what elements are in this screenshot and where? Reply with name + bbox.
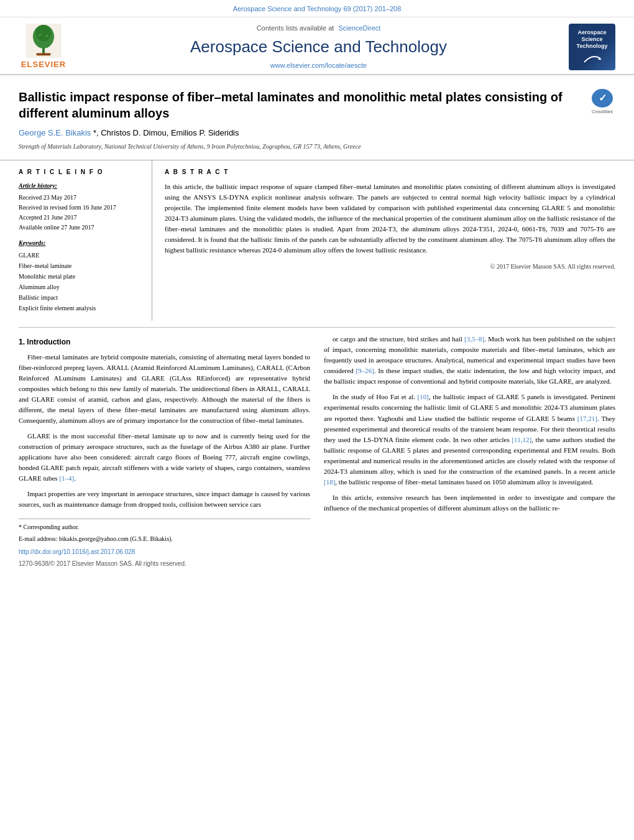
copyright-line: © 2017 Elsevier Masson SAS. All rights r… (165, 262, 615, 271)
header-area: ELSEVIER Contents lists available at Sci… (0, 17, 634, 75)
intro-para-1: Fiber–metal laminates are hybrid composi… (19, 352, 310, 426)
journal-url: www.elsevier.com/locate/aescte (81, 61, 556, 70)
journal-logo-box: AerospaceScienceTechnology (569, 24, 615, 70)
section-divider (19, 327, 615, 328)
keyword-1: GLARE (19, 250, 142, 261)
header-center: Contents lists available at ScienceDirec… (68, 24, 569, 70)
article-info-col: A R T I C L E I N F O Article history: R… (19, 160, 152, 321)
footnote-doi: http://dx.doi.org/10.1016/j.ast.2017.06.… (19, 547, 310, 557)
svg-point-3 (36, 25, 52, 42)
intro-para-2: GLARE is the most successful fiber–metal… (19, 431, 310, 484)
author-dimou: Christos D. Dimou, Emilios P. Sideridis (101, 128, 239, 137)
intro-para-5: In the study of Hoo Fat et al. [10], the… (324, 392, 615, 487)
body-left-col: 1. Introduction Fiber–metal laminates ar… (19, 334, 310, 570)
crossmark-badge: ✓ CrossMark (589, 89, 615, 115)
accepted-date: Accepted 21 June 2017 (19, 213, 142, 223)
intro-para-3: Impact properties are very important in … (19, 489, 310, 510)
intro-heading: 1. Introduction (19, 336, 310, 348)
svg-rect-4 (37, 53, 51, 55)
keywords-section: Keywords: GLARE Fiber–metal laminate Mon… (19, 239, 142, 313)
intro-para-6: In this article, extensive research has … (324, 492, 615, 514)
keyword-3: Monolithic metal plate (19, 271, 142, 282)
crossmark-label: CrossMark (592, 109, 613, 115)
intro-para-4: or cargo and the structure, bird strikes… (324, 334, 615, 387)
available-date: Available online 27 June 2017 (19, 223, 142, 233)
affiliation: Strength of Materials Laboratory, Nation… (0, 141, 634, 160)
article-title-area: Ballistic impact response of fiber–metal… (0, 75, 634, 127)
author-bikakis[interactable]: George S.E. Bikakis (19, 128, 91, 137)
abstract-text: In this article, the ballistic impact re… (165, 182, 615, 256)
abstract-col: A B S T R A C T In this article, the bal… (165, 160, 615, 321)
footnote-issn: 1270-9638/© 2017 Elsevier Masson SAS. Al… (19, 559, 310, 569)
keywords-heading: Keywords: (19, 239, 142, 247)
journal-citation-link[interactable]: Aerospace Science and Technology 69 (201… (233, 5, 402, 12)
doi-link[interactable]: http://dx.doi.org/10.1016/j.ast.2017.06.… (19, 548, 135, 555)
footnote-email: E-mail address: bikakis.george@yahoo.com… (19, 534, 310, 544)
abstract-label: A B S T R A C T (165, 168, 615, 177)
body-right-col: or cargo and the structure, bird strikes… (324, 334, 615, 570)
crossmark-icon: ✓ (592, 89, 613, 108)
article-title: Ballistic impact response of fiber–metal… (19, 89, 581, 121)
contents-line: Contents lists available at ScienceDirec… (81, 24, 556, 33)
elsevier-logo: ELSEVIER (19, 24, 68, 70)
keyword-5: Ballistic impact (19, 292, 142, 303)
page: Aerospace Science and Technology 69 (201… (0, 0, 634, 840)
journal-logo-icon (583, 52, 602, 65)
keyword-6: Explicit finite element analysis (19, 303, 142, 313)
history-heading: Article history: (19, 182, 142, 190)
elsevier-tree-icon (25, 24, 62, 58)
article-dates: Received 23 May 2017 Received in revised… (19, 193, 142, 233)
top-bar: Aerospace Science and Technology 69 (201… (0, 0, 634, 17)
keyword-2: Fiber–metal laminate (19, 261, 142, 271)
journal-title: Aerospace Science and Technology (81, 35, 556, 58)
footnote-corresponding: * Corresponding author. (19, 522, 310, 532)
article-info-abstract-section: A R T I C L E I N F O Article history: R… (0, 160, 634, 321)
article-info-label: A R T I C L E I N F O (19, 168, 142, 177)
sciencedirect-link[interactable]: ScienceDirect (338, 24, 380, 32)
body-content: 1. Introduction Fiber–metal laminates ar… (0, 334, 634, 570)
footnote-area: * Corresponding author. E-mail address: … (19, 519, 310, 568)
authors-line: George S.E. Bikakis *, Christos D. Dimou… (0, 127, 634, 141)
received-date: Received 23 May 2017 (19, 193, 142, 203)
elsevier-wordmark: ELSEVIER (21, 59, 66, 70)
article-history: Article history: Received 23 May 2017 Re… (19, 182, 142, 233)
received-revised-date: Received in revised form 16 June 2017 (19, 203, 142, 213)
keyword-4: Aluminum alloy (19, 282, 142, 292)
keywords-list: GLARE Fiber–metal laminate Monolithic me… (19, 250, 142, 313)
